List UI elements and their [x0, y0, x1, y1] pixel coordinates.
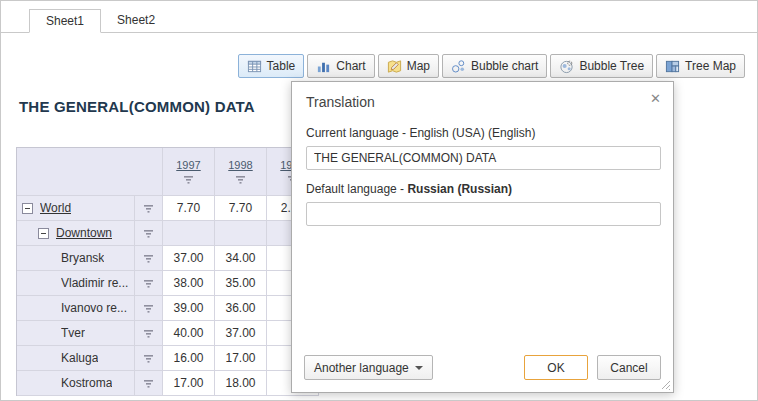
table-row-tver: Tver 40.00 37.00	[17, 321, 319, 346]
value-cell: 36.00	[215, 296, 267, 321]
value-cell: 40.00	[163, 321, 215, 346]
row-filter-cell	[135, 196, 163, 221]
value-cell: 39.00	[163, 296, 215, 321]
row-label-cell: World	[17, 196, 135, 221]
value-cell: 18.00	[215, 371, 267, 396]
value-cell: 35.00	[215, 271, 267, 296]
table-row-kaluga: Kaluga 16.00 17.00	[17, 346, 319, 371]
view-toolbar: Table Chart Map Bubble chart	[238, 54, 745, 78]
tab-sheet2[interactable]: Sheet2	[101, 9, 171, 33]
row-filter-cell	[135, 296, 163, 321]
row-label-cell: Kostroma	[17, 371, 135, 396]
tree-map-view-label: Tree Map	[685, 59, 736, 73]
tab-sheet1[interactable]: Sheet1	[29, 9, 101, 33]
row-label-cell: Tver	[17, 321, 135, 346]
filter-icon[interactable]	[183, 175, 194, 184]
row-label: Kostroma	[61, 376, 112, 390]
map-view-label: Map	[407, 59, 430, 73]
value-cell: 34.00	[215, 246, 267, 271]
pivot-corner-cell	[17, 148, 163, 196]
row-filter-cell	[135, 246, 163, 271]
collapse-button[interactable]	[22, 203, 33, 214]
table-row-vladimir: Vladimir re... 38.00 35.00	[17, 271, 319, 296]
value-cell: 16.00	[163, 346, 215, 371]
close-icon[interactable]: ✕	[650, 92, 661, 106]
column-header-1997: 1997	[163, 148, 215, 196]
filter-icon[interactable]	[143, 229, 154, 238]
column-header-1998: 1998	[215, 148, 267, 196]
row-label-cell: Ivanovo re...	[17, 296, 135, 321]
current-language-label: Current language - English (USA) (Englis…	[306, 126, 659, 140]
chart-view-button[interactable]: Chart	[307, 54, 374, 78]
row-label-cell: Downtown	[17, 221, 135, 246]
table-row-downtown: Downtown	[17, 221, 319, 246]
row-label: Vladimir re...	[61, 276, 128, 290]
another-language-button[interactable]: Another language	[304, 355, 433, 380]
filter-icon[interactable]	[235, 175, 246, 184]
value-cell	[163, 221, 215, 246]
pivot-header-row: 1997 1998 1999	[17, 148, 319, 196]
filter-icon[interactable]	[143, 379, 154, 388]
dialog-title: Translation	[292, 82, 673, 114]
bubble-chart-view-button[interactable]: Bubble chart	[442, 54, 547, 78]
resize-handle[interactable]	[660, 379, 671, 390]
value-cell: 38.00	[163, 271, 215, 296]
value-cell: 17.00	[215, 346, 267, 371]
bubble-tree-view-button[interactable]: Bubble Tree	[550, 54, 653, 78]
chart-view-label: Chart	[336, 59, 365, 73]
filter-icon[interactable]	[143, 204, 154, 213]
value-cell: 7.70	[163, 196, 215, 221]
translation-dialog: Translation ✕ Current language - English…	[291, 81, 674, 393]
filter-icon[interactable]	[143, 279, 154, 288]
year-link[interactable]: 1997	[176, 159, 200, 171]
collapse-button[interactable]	[38, 228, 49, 239]
value-cell: 37.00	[163, 246, 215, 271]
page-title: THE GENERAL(COMMON) DATA	[19, 98, 255, 115]
row-filter-cell	[135, 346, 163, 371]
value-cell	[215, 221, 267, 246]
default-language-input[interactable]	[306, 202, 661, 226]
row-label: Ivanovo re...	[61, 301, 127, 315]
value-cell: 37.00	[215, 321, 267, 346]
filter-icon[interactable]	[143, 254, 154, 263]
row-label[interactable]: Downtown	[56, 226, 112, 240]
value-cell: 7.70	[215, 196, 267, 221]
ok-button[interactable]: OK	[524, 355, 588, 380]
sheet-tabbar: Sheet1 Sheet2	[1, 1, 757, 33]
row-label: Tver	[61, 326, 85, 340]
row-filter-cell	[135, 221, 163, 246]
filter-icon[interactable]	[143, 354, 154, 363]
table-row-kostroma: Kostroma 17.00 18.00	[17, 371, 319, 396]
table-icon	[247, 59, 262, 74]
dialog-footer: Another language OK Cancel	[304, 355, 661, 380]
map-view-button[interactable]: Map	[378, 54, 439, 78]
current-language-input[interactable]	[306, 146, 661, 170]
row-label-cell: Bryansk	[17, 246, 135, 271]
app-window: Sheet1 Sheet2 Table Chart	[0, 0, 758, 401]
default-language-prefix: Default language -	[306, 182, 407, 196]
default-language-name: Russian (Russian)	[407, 182, 512, 196]
row-label: Kaluga	[61, 351, 98, 365]
another-language-label: Another language	[314, 361, 409, 375]
tree-map-view-button[interactable]: Tree Map	[656, 54, 745, 78]
bubble-tree-icon	[559, 59, 574, 74]
chart-icon	[316, 59, 331, 74]
filter-icon[interactable]	[143, 304, 154, 313]
cancel-button[interactable]: Cancel	[597, 355, 661, 380]
row-label[interactable]: World	[40, 201, 71, 215]
value-cell: 17.00	[163, 371, 215, 396]
year-link[interactable]: 1998	[228, 159, 252, 171]
row-filter-cell	[135, 321, 163, 346]
tree-map-icon	[665, 59, 680, 74]
bubble-chart-view-label: Bubble chart	[471, 59, 538, 73]
table-row-world: World 7.70 7.70 2.70	[17, 196, 319, 221]
row-filter-cell	[135, 271, 163, 296]
row-label-cell: Kaluga	[17, 346, 135, 371]
table-view-label: Table	[267, 59, 296, 73]
bubble-chart-icon	[451, 59, 466, 74]
chevron-down-icon	[415, 366, 423, 370]
filter-icon[interactable]	[143, 329, 154, 338]
table-view-button[interactable]: Table	[238, 54, 305, 78]
pivot-table: 1997 1998 1999 World	[16, 147, 319, 396]
default-language-label: Default language - Russian (Russian)	[306, 182, 659, 196]
